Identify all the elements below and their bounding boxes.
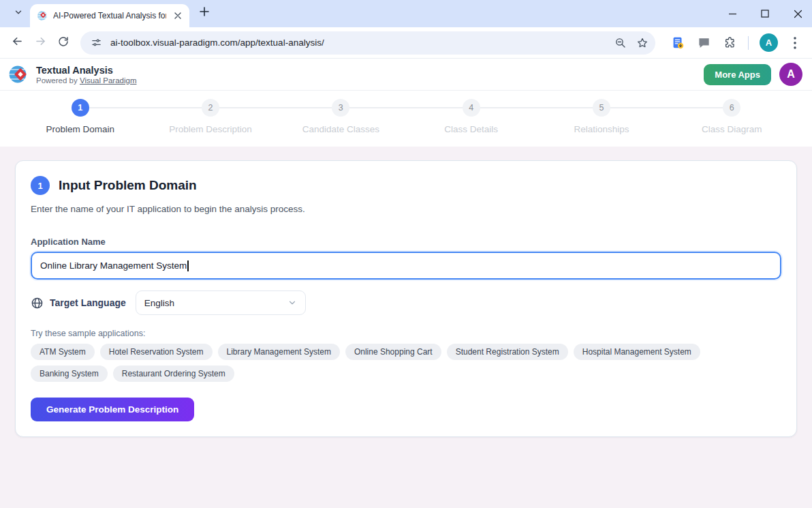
app-header: Textual Analysis Powered by Visual Parad…: [0, 58, 812, 91]
stepper-connector: [536, 107, 593, 108]
plus-icon: [200, 7, 209, 19]
sample-application-chip[interactable]: Online Shopping Cart: [345, 344, 441, 360]
back-arrow-icon: [11, 35, 24, 50]
stepper-connector: [667, 107, 723, 108]
stepper-step-track: 6: [667, 99, 797, 117]
visual-paradigm-link[interactable]: Visual Paradigm: [80, 76, 137, 85]
forward-button[interactable]: [29, 31, 52, 55]
window-maximize-button[interactable]: [760, 9, 770, 18]
target-language-row: Target Language English: [31, 290, 781, 315]
app-title: Textual Analysis: [36, 64, 136, 76]
globe-icon: [31, 297, 44, 310]
toolbar-extensions-area: A: [661, 33, 807, 52]
card-title: Input Problem Domain: [59, 178, 197, 193]
visual-paradigm-logo: [7, 63, 30, 86]
window-close-button[interactable]: [793, 9, 802, 18]
application-name-value: Online Library Management System: [40, 260, 187, 271]
stepper-step-label: Class Diagram: [702, 124, 762, 134]
comment-bubble-icon[interactable]: [696, 35, 711, 50]
stepper-step[interactable]: 3 Candidate Classes: [276, 99, 406, 134]
reading-list-extension-icon[interactable]: [670, 35, 685, 50]
tab-search-button[interactable]: [8, 3, 29, 24]
sample-application-chip[interactable]: Library Management System: [218, 344, 340, 360]
browser-toolbar: ai-toolbox.visual-paradigm.com/app/textu…: [0, 27, 812, 58]
stepper-step-label: Candidate Classes: [302, 124, 379, 134]
toolbar-divider: [748, 36, 749, 50]
stepper-step-track: 5: [536, 99, 666, 117]
sample-applications-list: ATM System Hotel Reservation System Libr…: [31, 344, 725, 382]
stepper-step[interactable]: 5 Relationships: [536, 99, 666, 134]
text-cursor: [187, 260, 189, 271]
stepper-connector: [276, 107, 332, 108]
stepper-step[interactable]: 1 Problem Domain: [15, 99, 145, 134]
tab-close-icon[interactable]: [172, 10, 184, 22]
sample-application-chip[interactable]: Hotel Reservation System: [100, 344, 213, 360]
stepper-step-number: 6: [723, 99, 740, 117]
card-header: 1 Input Problem Domain: [31, 176, 781, 195]
sample-application-chip[interactable]: ATM System: [31, 344, 95, 360]
target-language-value: English: [144, 298, 174, 308]
new-tab-button[interactable]: [195, 3, 214, 23]
generate-problem-description-button[interactable]: Generate Problem Description: [31, 398, 194, 421]
window-controls: [728, 0, 802, 27]
sample-application-chip[interactable]: Banking System: [31, 365, 108, 382]
application-name-label: Application Name: [31, 237, 781, 247]
stepper-step-track: 1: [15, 99, 145, 117]
sample-application-chip[interactable]: Restaurant Ordering System: [113, 365, 234, 382]
browser-tab[interactable]: AI-Powered Textual Analysis for: [30, 4, 189, 27]
wizard-stepper: 1 Problem Domain 2 Problem Description 3…: [0, 91, 812, 147]
chevron-down-icon: [287, 298, 297, 308]
stepper-connector: [610, 107, 667, 108]
stepper-step-track: 2: [145, 99, 275, 117]
tab-title: AI-Powered Textual Analysis for: [53, 11, 166, 20]
target-language-select[interactable]: English: [136, 290, 306, 315]
stepper-step-label: Class Details: [444, 124, 498, 134]
user-avatar[interactable]: A: [779, 63, 802, 86]
stepper-connector: [145, 107, 202, 108]
stepper-step-label: Problem Description: [169, 124, 252, 134]
stepper-step[interactable]: 6 Class Diagram: [667, 99, 797, 134]
window-minimize-button[interactable]: [728, 9, 737, 18]
application-name-input[interactable]: Online Library Management System: [31, 252, 781, 280]
url-text: ai-toolbox.visual-paradigm.com/app/textu…: [110, 38, 606, 48]
stepper-step-number: 3: [332, 99, 349, 117]
browser-menu-icon[interactable]: [789, 35, 801, 50]
chevron-down-icon: [14, 8, 23, 20]
sample-application-chip[interactable]: Hospital Management System: [574, 344, 700, 360]
page-body: 1 Input Problem Domain Enter the name of…: [0, 147, 812, 508]
stepper-step-number: 2: [202, 99, 219, 117]
target-language-label: Target Language: [50, 297, 126, 308]
extensions-puzzle-icon[interactable]: [722, 35, 737, 50]
stepper-step-track: 4: [406, 99, 536, 117]
stepper-step-label: Problem Domain: [46, 124, 114, 134]
stepper-connector: [349, 107, 406, 108]
reload-button[interactable]: [52, 31, 75, 55]
stepper-step[interactable]: 2 Problem Description: [145, 99, 275, 134]
browser-tab-strip: AI-Powered Textual Analysis for: [0, 0, 812, 27]
stepper-connector: [89, 107, 146, 108]
zoom-out-icon[interactable]: [613, 35, 628, 50]
stepper-connector: [480, 107, 537, 108]
visual-paradigm-favicon-icon: [37, 10, 48, 21]
stepper-step-number: 1: [72, 99, 89, 117]
stepper-step-number: 4: [463, 99, 480, 117]
bookmark-star-icon[interactable]: [635, 35, 650, 50]
stepper-step[interactable]: 4 Class Details: [406, 99, 536, 134]
card-description: Enter the name of your IT application to…: [31, 204, 781, 214]
site-settings-icon[interactable]: [89, 35, 104, 50]
stepper-step-label: Relationships: [574, 124, 629, 134]
more-apps-button[interactable]: More Apps: [704, 64, 771, 85]
powered-by-text: Powered by Visual Paradigm: [36, 76, 136, 85]
step-number-badge: 1: [31, 176, 50, 195]
back-button[interactable]: [5, 31, 29, 55]
address-bar[interactable]: ai-toolbox.visual-paradigm.com/app/textu…: [80, 31, 655, 55]
input-problem-domain-card: 1 Input Problem Domain Enter the name of…: [15, 160, 797, 437]
app-title-block: Textual Analysis Powered by Visual Parad…: [36, 64, 136, 85]
samples-label: Try these sample applications:: [31, 329, 781, 338]
stepper-step-number: 5: [593, 99, 610, 117]
reload-icon: [57, 35, 69, 50]
browser-profile-avatar[interactable]: A: [760, 33, 778, 52]
sample-application-chip[interactable]: Student Registration System: [447, 344, 568, 360]
stepper-connector: [406, 107, 463, 108]
stepper-step-track: 3: [276, 99, 406, 117]
